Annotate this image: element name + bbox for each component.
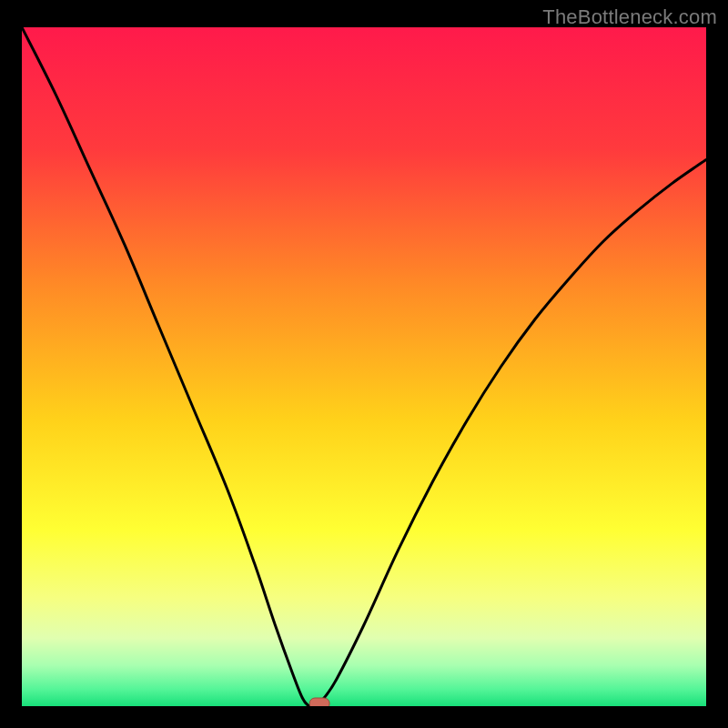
chart-svg [22,27,706,706]
gradient-background [22,27,706,706]
chart-frame: TheBottleneck.com [0,0,728,728]
optimum-marker [309,698,329,706]
watermark-text: TheBottleneck.com [542,5,717,29]
plot-area [22,27,706,706]
